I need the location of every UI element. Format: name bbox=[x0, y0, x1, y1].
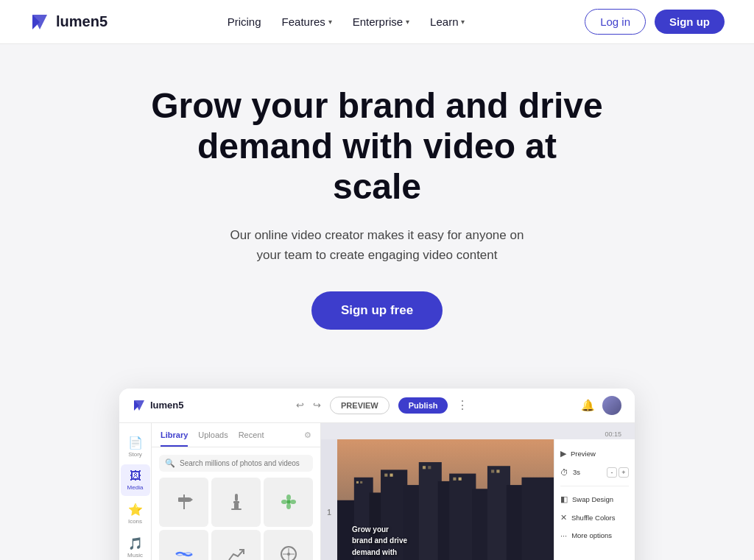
chevron-down-icon: ▾ bbox=[328, 18, 332, 26]
settings-icon[interactable]: ⚙ bbox=[304, 430, 311, 447]
option-swap-design[interactable]: ◧ Swap Design bbox=[560, 492, 629, 506]
chevron-down-icon: ▾ bbox=[461, 18, 465, 26]
chevron-down-icon: ▾ bbox=[406, 18, 409, 26]
logo-text: lumen5 bbox=[56, 13, 108, 30]
chart-up-icon bbox=[226, 544, 247, 560]
svg-rect-7 bbox=[235, 494, 238, 501]
media-icon: 🖼 bbox=[130, 469, 141, 483]
svg-rect-50 bbox=[356, 481, 359, 483]
option-more[interactable]: ··· More options bbox=[560, 529, 629, 542]
options-panel-1: ▶ Preview ⏱ 3s - + bbox=[554, 439, 635, 560]
svg-rect-9 bbox=[234, 503, 239, 509]
more-options-icon[interactable]: ⋮ bbox=[457, 398, 468, 412]
media-item[interactable] bbox=[264, 530, 313, 560]
search-icon: 🔍 bbox=[165, 458, 175, 468]
media-item[interactable] bbox=[159, 478, 208, 527]
shuffle-icon: ✕ bbox=[560, 513, 567, 522]
svg-marker-6 bbox=[190, 497, 193, 502]
sidebar-item-story[interactable]: 📄 Story bbox=[121, 430, 150, 463]
tab-library[interactable]: Library bbox=[161, 430, 188, 447]
media-search-bar: 🔍 bbox=[159, 455, 313, 472]
hero-title: Grow your brand and drive demand with vi… bbox=[149, 85, 605, 208]
app-preview-button[interactable]: PREVIEW bbox=[330, 397, 390, 414]
app-nav-center: ↩ ↪ PREVIEW Publish ⋮ bbox=[296, 397, 468, 414]
svg-rect-59 bbox=[496, 469, 499, 472]
search-input[interactable] bbox=[180, 459, 307, 467]
sidebar-item-icons[interactable]: ⭐ Icons bbox=[121, 497, 150, 530]
app-preview: lumen5 ↩ ↪ PREVIEW Publish ⋮ 🔔 📄 Story bbox=[119, 389, 635, 560]
timer-minus[interactable]: - bbox=[607, 467, 617, 478]
media-item[interactable] bbox=[159, 530, 208, 560]
hero-subtitle: Our online video creator makes it easy f… bbox=[230, 225, 524, 265]
svg-rect-5 bbox=[178, 497, 190, 502]
bell-icon[interactable]: 🔔 bbox=[581, 399, 595, 412]
svg-rect-52 bbox=[384, 474, 387, 477]
tab-uploads[interactable]: Uploads bbox=[198, 430, 228, 447]
option-preview[interactable]: ▶ Preview bbox=[560, 447, 629, 461]
option-shuffle-colors[interactable]: ✕ Shuffle Colors bbox=[560, 511, 629, 525]
app-nav-right: 🔔 bbox=[581, 396, 621, 415]
dots-icon: ··· bbox=[560, 531, 567, 540]
flower-icon bbox=[278, 492, 299, 512]
svg-point-14 bbox=[281, 500, 287, 504]
svg-point-13 bbox=[286, 503, 291, 509]
svg-rect-54 bbox=[423, 466, 426, 469]
music-icon: 🎵 bbox=[128, 536, 143, 550]
app-preview-container: lumen5 ↩ ↪ PREVIEW Publish ⋮ 🔔 📄 Story bbox=[0, 359, 754, 560]
hero-cta-button[interactable]: Sign up free bbox=[311, 291, 443, 330]
icons-icon: ⭐ bbox=[128, 503, 143, 517]
sidebar-item-media[interactable]: 🖼 Media bbox=[121, 464, 150, 496]
nav-enterprise[interactable]: Enterprise ▾ bbox=[353, 15, 409, 28]
media-tabs: Library Uploads Recent ⚙ bbox=[152, 423, 320, 447]
nav-features[interactable]: Features ▾ bbox=[282, 15, 332, 28]
logo[interactable]: lumen5 bbox=[29, 12, 108, 32]
handshake-icon bbox=[174, 544, 194, 560]
svg-rect-55 bbox=[428, 466, 431, 469]
media-item[interactable] bbox=[211, 478, 261, 527]
redo-icon[interactable]: ↪ bbox=[313, 400, 321, 411]
svg-rect-45 bbox=[449, 474, 476, 560]
timestamp: 00:15 bbox=[605, 428, 627, 438]
svg-rect-58 bbox=[491, 469, 494, 472]
slide-1-text: Grow yourbrand and drivedemand withvideo… bbox=[352, 524, 407, 560]
sidebar-item-music[interactable]: 🎵 Music bbox=[121, 531, 150, 560]
canvas-area: 00:15 1 bbox=[321, 423, 635, 560]
avatar[interactable] bbox=[602, 396, 621, 415]
svg-rect-57 bbox=[459, 478, 462, 481]
play-icon: ▶ bbox=[560, 449, 566, 458]
app-navbar: lumen5 ↩ ↪ PREVIEW Publish ⋮ 🔔 bbox=[119, 389, 635, 423]
svg-rect-8 bbox=[233, 501, 239, 503]
tab-recent[interactable]: Recent bbox=[239, 430, 264, 447]
microscope-icon bbox=[226, 492, 247, 512]
timer-plus[interactable]: + bbox=[619, 467, 629, 478]
logo-icon bbox=[29, 12, 50, 32]
svg-point-15 bbox=[290, 500, 296, 504]
option-timer[interactable]: ⏱ 3s - + bbox=[560, 465, 629, 480]
app-sidebar: 📄 Story 🖼 Media ⭐ Icons 🎵 Music 🎨 bbox=[119, 423, 152, 560]
svg-rect-10 bbox=[231, 508, 242, 510]
signup-button[interactable]: Sign up bbox=[655, 10, 725, 34]
timer-icon: ⏱ bbox=[560, 468, 568, 477]
nav-learn[interactable]: Learn ▾ bbox=[430, 15, 465, 28]
signpost-icon bbox=[174, 492, 194, 512]
media-item[interactable] bbox=[211, 530, 261, 560]
story-icon: 📄 bbox=[128, 436, 143, 450]
media-item[interactable] bbox=[264, 478, 313, 527]
app-logo-icon bbox=[133, 399, 146, 412]
slide-number-1: 1 bbox=[321, 439, 337, 560]
media-grid: ₹ bbox=[152, 478, 320, 560]
svg-point-12 bbox=[286, 495, 291, 500]
nav-pricing[interactable]: Pricing bbox=[228, 15, 261, 28]
svg-rect-53 bbox=[390, 474, 392, 477]
swap-icon: ◧ bbox=[560, 495, 568, 504]
app-body: 📄 Story 🖼 Media ⭐ Icons 🎵 Music 🎨 bbox=[119, 423, 635, 560]
login-button[interactable]: Log in bbox=[585, 9, 646, 35]
nav-actions: Log in Sign up bbox=[585, 9, 725, 35]
divider bbox=[560, 486, 629, 486]
app-publish-button[interactable]: Publish bbox=[398, 397, 448, 414]
compass-icon bbox=[278, 544, 299, 560]
nav-links: Pricing Features ▾ Enterprise ▾ Learn ▾ bbox=[228, 15, 465, 28]
undo-icon[interactable]: ↩ bbox=[296, 400, 304, 411]
svg-rect-51 bbox=[360, 481, 362, 483]
svg-point-16 bbox=[183, 553, 186, 556]
